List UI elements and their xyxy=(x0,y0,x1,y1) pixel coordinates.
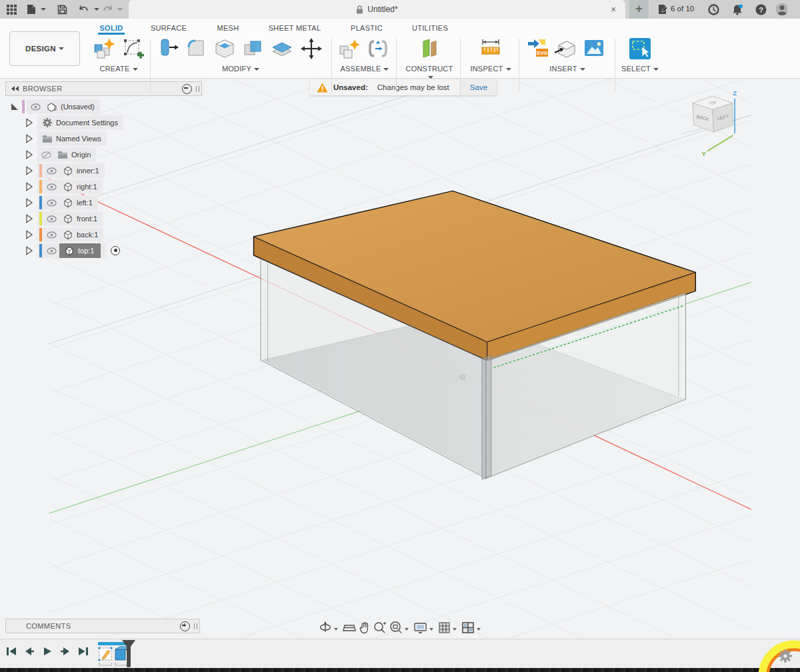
tree-label[interactable]: Origin xyxy=(71,151,91,159)
display-settings-icon[interactable] xyxy=(413,621,427,634)
file-menu-icon[interactable] xyxy=(25,3,37,15)
new-tab-button[interactable]: + xyxy=(629,0,649,19)
collapsed-caret-icon[interactable] xyxy=(24,181,35,192)
clock-icon[interactable] xyxy=(707,3,719,15)
undo-caret[interactable] xyxy=(94,8,99,11)
construct-plane-icon[interactable] xyxy=(418,37,441,61)
save-button[interactable]: Save xyxy=(460,79,497,95)
undo-icon[interactable] xyxy=(77,3,89,15)
comments-grip[interactable] xyxy=(194,623,197,629)
redo-caret[interactable] xyxy=(117,8,123,11)
insert-mesh-icon[interactable] xyxy=(553,37,577,61)
measure-icon[interactable] xyxy=(479,37,503,61)
press-pull-icon[interactable] xyxy=(157,37,179,61)
tree-label[interactable]: right:1 xyxy=(77,183,97,191)
browser-grip[interactable] xyxy=(196,86,199,92)
browser-header[interactable]: BROWSER xyxy=(5,81,202,96)
tree-label[interactable]: inner:1 xyxy=(77,167,99,175)
tree-label[interactable]: Named Views xyxy=(56,135,101,143)
tree-label[interactable]: top:1 xyxy=(78,247,94,255)
go-to-end-icon[interactable] xyxy=(77,646,89,657)
tree-row-inner[interactable]: inner:1 xyxy=(24,163,105,178)
tree-row-origin[interactable]: Origin xyxy=(24,147,96,162)
tab-solid[interactable]: SOLID xyxy=(99,24,123,32)
collapsed-caret-icon[interactable] xyxy=(24,229,35,240)
step-forward-icon[interactable] xyxy=(59,646,71,657)
help-icon[interactable]: ? xyxy=(755,3,767,15)
timeline-sketch-feature[interactable] xyxy=(98,647,112,665)
collapsed-caret-icon[interactable] xyxy=(24,165,35,176)
collapsed-caret-icon[interactable] xyxy=(24,245,35,256)
collapsed-caret-icon[interactable] xyxy=(24,117,35,128)
collapsed-caret-icon[interactable] xyxy=(24,133,35,144)
group-label-select[interactable]: SELECT xyxy=(621,65,659,73)
fit-caret[interactable] xyxy=(405,628,409,631)
new-body-icon[interactable] xyxy=(92,37,116,61)
orbit-caret[interactable] xyxy=(334,628,338,631)
viewports-icon[interactable] xyxy=(461,621,475,634)
orbit-icon[interactable] xyxy=(319,621,332,634)
timeline-marker[interactable] xyxy=(120,639,137,669)
avatar-icon[interactable] xyxy=(775,3,787,15)
tree-label[interactable]: front:1 xyxy=(77,215,97,223)
visibility-eye-icon[interactable] xyxy=(47,183,57,191)
tab-utilities[interactable]: UTILITIES xyxy=(412,24,448,32)
tree-row-left[interactable]: left:1 xyxy=(24,195,98,210)
move-copy-icon[interactable] xyxy=(299,37,323,61)
tree-row-document-settings[interactable]: Document Settings xyxy=(24,115,123,130)
grid-caret[interactable] xyxy=(453,628,457,631)
tree-row-right[interactable]: right:1 xyxy=(24,179,103,194)
select-icon[interactable] xyxy=(628,37,652,61)
collapse-panel-icon[interactable] xyxy=(11,86,19,91)
joint-icon[interactable] xyxy=(367,37,389,61)
tree-row-top-selected[interactable]: top:1 xyxy=(24,243,120,258)
create-sketch-icon[interactable] xyxy=(121,37,144,61)
timeline-settings-gear-icon[interactable] xyxy=(779,649,792,663)
close-tab-icon[interactable]: × xyxy=(607,3,620,16)
viewport-3d[interactable]: TOP BACK LEFT Z Y xyxy=(0,78,800,639)
combine-icon[interactable] xyxy=(242,37,265,61)
tree-label[interactable]: Document Settings xyxy=(56,119,118,127)
visibility-eye-icon[interactable] xyxy=(47,167,57,175)
file-menu-caret[interactable] xyxy=(41,8,46,11)
viewcube[interactable]: TOP BACK LEFT Z Y xyxy=(681,89,751,157)
visibility-off-eye-icon[interactable] xyxy=(41,151,51,159)
new-component-icon[interactable] xyxy=(337,37,361,61)
workspace-switcher[interactable]: DESIGN xyxy=(9,31,80,66)
viewports-caret[interactable] xyxy=(477,628,481,631)
tab-sheet-metal[interactable]: SHEET METAL xyxy=(269,24,321,32)
tab-surface[interactable]: SURFACE xyxy=(151,24,187,32)
group-label-construct[interactable]: CONSTRUCT xyxy=(403,65,456,81)
split-body-icon[interactable] xyxy=(270,37,294,61)
fit-icon[interactable] xyxy=(389,621,403,634)
visibility-eye-icon[interactable] xyxy=(47,231,57,239)
grid-settings-icon[interactable] xyxy=(438,621,451,634)
canvas-icon[interactable] xyxy=(583,37,605,59)
save-icon[interactable] xyxy=(56,3,68,15)
go-to-start-icon[interactable] xyxy=(5,646,17,657)
insert-svg-icon[interactable]: SVG xyxy=(525,37,548,61)
activate-component-radio[interactable] xyxy=(111,246,120,255)
look-at-icon[interactable] xyxy=(343,621,356,633)
tab-plastic[interactable]: PLASTIC xyxy=(351,24,383,32)
visibility-eye-icon[interactable] xyxy=(47,247,57,255)
visibility-eye-icon[interactable] xyxy=(31,103,41,111)
pan-icon[interactable] xyxy=(358,621,371,634)
group-label-modify[interactable]: MODIFY xyxy=(157,65,325,73)
browser-minimize-icon[interactable] xyxy=(182,84,192,94)
group-label-assemble[interactable]: ASSEMBLE xyxy=(337,65,392,73)
collapsed-caret-icon[interactable] xyxy=(24,197,35,208)
visibility-eye-icon[interactable] xyxy=(47,215,57,223)
tree-label[interactable]: back:1 xyxy=(77,231,98,239)
tree-row-root[interactable]: (Unsaved) xyxy=(9,99,100,114)
collapsed-caret-icon[interactable] xyxy=(24,213,35,224)
tree-row-back[interactable]: back:1 xyxy=(24,227,103,242)
play-icon[interactable] xyxy=(41,646,53,657)
tree-label[interactable]: (Unsaved) xyxy=(61,103,95,111)
tree-label[interactable]: left:1 xyxy=(77,199,93,207)
group-label-insert[interactable]: INSERT xyxy=(525,65,609,73)
zoom-icon[interactable] xyxy=(373,621,387,634)
tree-row-front[interactable]: front:1 xyxy=(24,211,103,226)
job-status-icon[interactable] xyxy=(657,3,669,15)
tree-row-named-views[interactable]: Named Views xyxy=(24,131,107,146)
